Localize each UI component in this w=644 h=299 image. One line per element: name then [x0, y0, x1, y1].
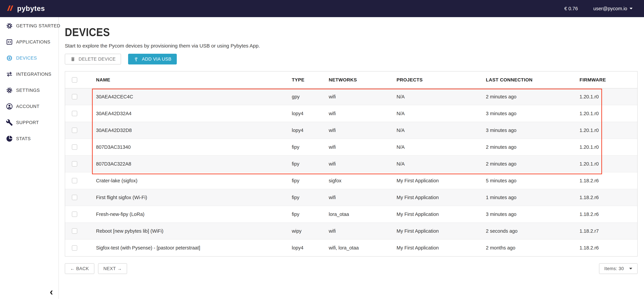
table-row[interactable]: 807D3AC322A8 fipy wifi N/A 2 minutes ago… [65, 156, 637, 172]
cell-name: 807D3AC31340 [96, 139, 292, 156]
cell-type: lopy4 [292, 105, 329, 122]
cell-firmware: 1.18.2.r6 [580, 172, 637, 189]
cell-networks: wifi [329, 105, 396, 122]
table-row[interactable]: Sigfox-test (with Pysense) - [pastoor pe… [65, 240, 637, 256]
sidebar-item-label: STATS [16, 136, 31, 141]
row-checkbox[interactable] [72, 245, 77, 251]
table-row[interactable]: Fresh-new-fipy (LoRa) fipy lora_otaa My … [65, 206, 637, 222]
next-button[interactable]: NEXT → [98, 263, 127, 274]
person-circle-icon [6, 103, 13, 110]
cell-firmware: 1.20.1.r0 [580, 88, 637, 105]
cell-last-connection: 1 minutes ago [486, 189, 580, 206]
brand[interactable]: pybytes [6, 4, 45, 13]
topbar: pybytes € 0.76 user@pycom.io [0, 0, 644, 17]
add-via-usb-button[interactable]: ADD VIA USB [128, 54, 177, 64]
add-via-usb-label: ADD VIA USB [142, 56, 172, 62]
cell-projects: N/A [396, 88, 486, 105]
cell-networks: wifi [329, 156, 396, 172]
sidebar-item-devices[interactable]: DEVICES [0, 50, 58, 66]
sidebar-item-support[interactable]: SUPPORT [0, 114, 58, 130]
table-row[interactable]: 30AEA42CEC4C gpy wifi N/A 2 minutes ago … [65, 88, 637, 105]
table-row[interactable]: Reboot [new pybytes lib] (WiFi) wipy wif… [65, 222, 637, 240]
table-row[interactable]: 807D3AC31340 fipy wifi N/A 2 minutes ago… [65, 139, 637, 156]
column-header-projects: PROJECTS [396, 72, 486, 88]
sidebar-item-stats[interactable]: STATS [0, 130, 58, 147]
cell-type: gpy [292, 88, 329, 105]
row-checkbox[interactable] [72, 212, 77, 217]
cell-networks: wifi [329, 122, 396, 139]
items-per-page-dropdown[interactable]: Items: 30 [599, 263, 638, 274]
sidebar-collapse-chevron[interactable]: ‹ [50, 287, 53, 297]
sidebar-item-getting-started[interactable]: GETTING STARTED [0, 18, 58, 34]
brand-name: pybytes [17, 4, 45, 12]
cell-networks: wifi [329, 139, 396, 156]
chevron-down-icon [630, 8, 632, 10]
row-checkbox[interactable] [72, 195, 77, 200]
arrows-swap-icon [6, 70, 13, 78]
row-checkbox[interactable] [72, 94, 77, 100]
cell-last-connection: 5 minutes ago [486, 172, 580, 189]
devices-table: NAME TYPE NETWORKS PROJECTS LAST CONNECT… [65, 71, 638, 256]
chevron-down-icon [629, 268, 632, 270]
row-checkbox[interactable] [72, 178, 77, 183]
table-row[interactable]: First flight sigfox (Wi-Fi) fipy wifi My… [65, 189, 637, 206]
row-checkbox[interactable] [72, 161, 77, 166]
cell-projects: N/A [396, 139, 486, 156]
sidebar-item-integrations[interactable]: INTEGRATIONS [0, 66, 58, 82]
row-checkbox[interactable] [72, 144, 77, 150]
cell-type: fipy [292, 206, 329, 222]
cell-type: fipy [292, 189, 329, 206]
cell-firmware: 1.20.1.r0 [580, 122, 637, 139]
row-checkbox[interactable] [72, 228, 77, 234]
cell-networks: wifi, lora_otaa [329, 240, 396, 256]
cell-firmware: 1.20.1.r0 [580, 105, 637, 122]
applications-icon [6, 38, 13, 46]
sidebar: GETTING STARTED APPLICATIONS DEVICES INT… [0, 17, 59, 299]
cell-last-connection: 2 months ago [486, 240, 580, 256]
column-header-type: TYPE [292, 72, 329, 88]
sidebar-item-applications[interactable]: APPLICATIONS [0, 34, 58, 50]
row-checkbox[interactable] [72, 128, 77, 133]
row-checkbox[interactable] [72, 111, 77, 116]
sidebar-item-label: SETTINGS [16, 88, 40, 93]
cell-type: lopy4 [292, 240, 329, 256]
cell-last-connection: 2 minutes ago [486, 88, 580, 105]
gear-outline-icon [6, 22, 13, 30]
cell-last-connection: 2 seconds ago [486, 222, 580, 240]
cell-type: wipy [292, 222, 329, 240]
sidebar-item-label: SUPPORT [16, 120, 39, 125]
delete-device-button[interactable]: DELETE DEVICE [65, 54, 121, 64]
table-row[interactable]: 30AEA42D32D8 lopy4 wifi N/A 3 minutes ag… [65, 122, 637, 139]
cell-firmware: 1.18.2.r6 [580, 189, 637, 206]
table-row[interactable]: 30AEA42D32A4 lopy4 wifi N/A 3 minutes ag… [65, 105, 637, 122]
cell-projects: N/A [396, 105, 486, 122]
cell-networks: sigfox [329, 172, 396, 189]
sidebar-item-settings[interactable]: SETTINGS [0, 82, 58, 98]
table-row[interactable]: Crater-lake (sigfox) fipy sigfox My Firs… [65, 172, 637, 189]
cell-name: Reboot [new pybytes lib] (WiFi) [96, 222, 292, 240]
user-menu[interactable]: user@pycom.io [593, 6, 632, 12]
sidebar-item-label: DEVICES [16, 56, 37, 61]
select-all-checkbox[interactable] [72, 77, 77, 82]
balance-label: € 0.76 [564, 6, 578, 12]
cell-firmware: 1.18.2.r6 [580, 240, 637, 256]
cell-networks: wifi [329, 189, 396, 206]
page-title: DEVICES [65, 26, 569, 38]
usb-icon [134, 56, 139, 62]
column-header-firmware: FIRMWARE [580, 72, 637, 88]
pie-chart-icon [6, 135, 13, 142]
cell-networks: wifi [329, 88, 396, 105]
back-button[interactable]: ← BACK [65, 263, 94, 274]
cell-firmware: 1.18.2.r7 [580, 222, 637, 240]
sidebar-item-label: INTEGRATIONS [16, 72, 51, 77]
column-header-networks: NETWORKS [329, 72, 396, 88]
sidebar-item-account[interactable]: ACCOUNT [0, 98, 58, 114]
user-email: user@pycom.io [593, 6, 627, 12]
wrench-icon [6, 119, 13, 126]
sidebar-item-label: GETTING STARTED [16, 23, 60, 28]
table-header-row: NAME TYPE NETWORKS PROJECTS LAST CONNECT… [65, 72, 637, 88]
cell-type: fipy [292, 156, 329, 172]
cell-name: 30AEA42CEC4C [96, 88, 292, 105]
cell-type: fipy [292, 139, 329, 156]
cell-name: 807D3AC322A8 [96, 156, 292, 172]
